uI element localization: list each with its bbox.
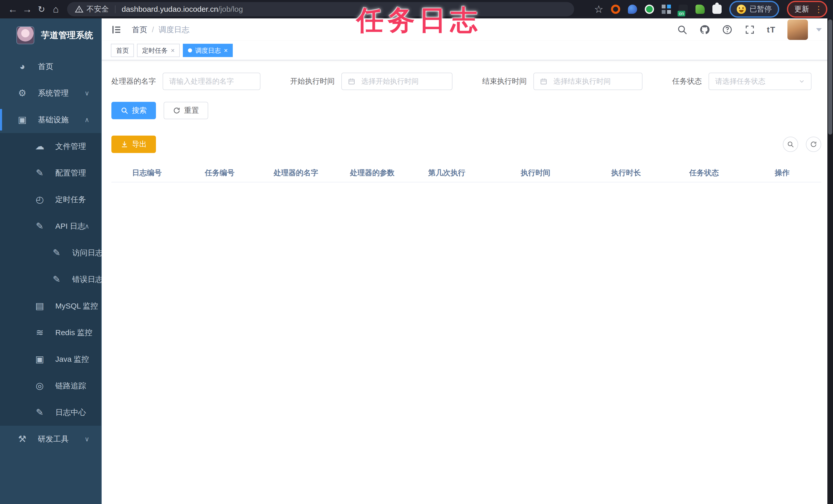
toolbox-icon: ⚒	[16, 434, 28, 445]
profile-paused-badge[interactable]: 已暂停	[729, 1, 779, 18]
column-header: 任务编号	[182, 164, 257, 182]
sidebar-item-label: API 日志	[55, 221, 85, 231]
sidebar-item-label: 首页	[38, 61, 53, 72]
sidebar-item-label: 错误日志	[72, 274, 103, 285]
emoji-avatar-icon	[737, 5, 746, 14]
sidebar-menu: ◕首页⚙系统管理∨▣基础设施∧☁文件管理✎配置管理◴定时任务✎API 日志∧✎访…	[0, 53, 101, 452]
security-label[interactable]: 不安全	[87, 4, 109, 14]
job-status-select[interactable]	[709, 73, 811, 90]
fullscreen-icon[interactable]	[744, 24, 755, 35]
url-host[interactable]: dashboard.yudao.iocoder.cn	[122, 5, 218, 14]
switch-on-extension-icon[interactable]: on	[679, 5, 688, 14]
browser-extensions-area: on 已暂停 更新	[594, 1, 827, 18]
tab-首页[interactable]: 首页	[111, 44, 134, 57]
job-status-label: 任务状态	[672, 76, 702, 86]
sidebar-item-api-log[interactable]: ✎API 日志∧	[0, 213, 101, 240]
url-divider	[115, 5, 116, 13]
browser-menu-kebab-icon[interactable]	[814, 5, 823, 14]
user-menu-caret-icon[interactable]	[816, 28, 822, 31]
active-tab-dot-icon	[188, 48, 192, 52]
refresh-table-button[interactable]	[806, 136, 821, 152]
sidebar-item-label: MySQL 监控	[55, 301, 98, 311]
tags-view-bar: 首页定时任务×调度日志×	[102, 41, 833, 60]
home-icon[interactable]: ⌂	[49, 2, 63, 16]
tab-调度日志[interactable]: 调度日志×	[183, 44, 233, 57]
bookmark-star-icon[interactable]	[594, 3, 603, 15]
github-icon[interactable]	[699, 24, 710, 35]
reset-button[interactable]: 重置	[164, 102, 208, 119]
sidebar-item-mysql-monitor[interactable]: ▤MySQL 监控	[0, 293, 101, 319]
chevron-up-icon: ∧	[85, 116, 89, 124]
edit-icon: ✎	[34, 168, 46, 178]
sidebar-item-file-manage[interactable]: ☁文件管理	[0, 133, 101, 160]
handler-name-label: 处理器的名字	[111, 76, 156, 86]
chevron-down-icon: ∨	[85, 435, 89, 443]
page-scrollbar[interactable]	[827, 19, 833, 504]
handler-name-input[interactable]	[163, 73, 260, 90]
sidebar-item-config-manage[interactable]: ✎配置管理	[0, 160, 101, 186]
forward-icon[interactable]: →	[20, 2, 34, 16]
user-avatar[interactable]	[787, 20, 808, 40]
sidebar-item-error-log[interactable]: ✎错误日志	[0, 266, 101, 293]
sidebar-item-label: Java 监控	[55, 354, 89, 364]
column-header: 日志编号	[111, 164, 182, 182]
begin-time-label: 开始执行时间	[290, 76, 335, 86]
app-logo-row[interactable]: 芋道管理系统	[16, 23, 101, 48]
header-search-icon[interactable]	[677, 24, 688, 35]
sidebar-item-infra[interactable]: ▣基础设施∧	[0, 106, 101, 133]
search-button[interactable]: 搜索	[111, 102, 156, 119]
orange-ring-extension-icon[interactable]	[611, 5, 620, 14]
puzzle-extension-icon[interactable]	[712, 5, 722, 14]
breadcrumb-home[interactable]: 首页	[132, 25, 147, 35]
annotation-watermark: 任务日志	[356, 2, 481, 39]
sidebar-item-trace[interactable]: ◎链路追踪	[0, 373, 101, 399]
begin-time-input[interactable]	[341, 73, 452, 90]
font-size-icon[interactable]: tT	[767, 25, 776, 34]
column-header: 第几次执行	[409, 164, 484, 182]
docs-help-icon[interactable]	[722, 24, 733, 35]
reset-button-label: 重置	[184, 105, 199, 116]
sidebar-item-label: 研发工具	[38, 434, 69, 445]
url-path[interactable]: /job/log	[218, 5, 243, 14]
browser-update-button[interactable]: 更新	[787, 1, 827, 18]
sidebar-item-label: Redis 监控	[55, 327, 92, 338]
grid-extension-icon[interactable]	[662, 5, 671, 14]
column-header: 操作	[743, 164, 821, 182]
job-log-table: 日志编号任务编号处理器的名字处理器的参数第几次执行执行时间执行时长任务状态操作	[111, 164, 821, 182]
export-button-label: 导出	[132, 139, 147, 149]
main-area: 首页 / 调度日志 tT	[102, 19, 833, 504]
tab-close-icon[interactable]: ×	[171, 47, 175, 54]
sidebar-item-log-center[interactable]: ✎日志中心	[0, 399, 101, 426]
sidebar-item-java-monitor[interactable]: ▣Java 监控	[0, 346, 101, 373]
app-title: 芋道管理系统	[41, 29, 93, 41]
tab-label: 调度日志	[195, 46, 221, 55]
scrollbar-thumb[interactable]	[828, 20, 832, 134]
search-button-label: 搜索	[132, 105, 147, 116]
breadcrumb-current: 调度日志	[159, 25, 189, 35]
sidebar-item-scheduled-job[interactable]: ◴定时任务	[0, 186, 101, 213]
sidebar-item-system[interactable]: ⚙系统管理∨	[0, 80, 101, 106]
sidebar-toggle-icon[interactable]	[111, 24, 122, 35]
sidebar-item-redis-monitor[interactable]: ≋Redis 监控	[0, 319, 101, 346]
reload-icon[interactable]: ↻	[34, 2, 49, 16]
sidebar-item-home[interactable]: ◕首页	[0, 53, 101, 80]
sidebar-item-access-log[interactable]: ✎访问日志	[0, 240, 101, 266]
green-leaf-extension-icon[interactable]	[695, 5, 705, 14]
column-header: 执行时间	[484, 164, 587, 182]
tab-close-icon[interactable]: ×	[224, 47, 228, 54]
refresh-icon	[173, 107, 181, 115]
sidebar-item-dev-tools[interactable]: ⚒研发工具∨	[0, 426, 101, 452]
page-content: 处理器的名字 开始执行时间 结束执行时间	[102, 60, 833, 504]
blue-drop-extension-icon[interactable]	[628, 5, 637, 14]
sidebar-item-label: 链路追踪	[55, 381, 86, 391]
address-bar[interactable]: 不安全 dashboard.yudao.iocoder.cn /job/log	[67, 2, 574, 16]
monitor-icon: ▣	[16, 115, 28, 125]
back-icon[interactable]: ←	[6, 2, 20, 16]
green-circle-extension-icon[interactable]	[645, 5, 654, 14]
toggle-search-button[interactable]	[783, 136, 798, 152]
tab-定时任务[interactable]: 定时任务×	[137, 44, 180, 57]
not-secure-warning-icon	[75, 5, 84, 14]
end-time-input[interactable]	[533, 73, 642, 90]
column-header: 任务状态	[665, 164, 743, 182]
export-button[interactable]: 导出	[111, 135, 156, 153]
